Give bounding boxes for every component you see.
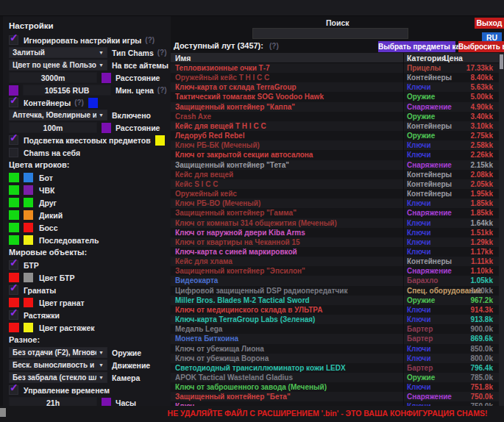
table-row[interactable]: Ключ РБ-ВО (Меченый)Ключи1.85kk — [171, 199, 499, 208]
column-price[interactable]: Цена — [444, 54, 463, 62]
table-row[interactable]: Оружейный кейсКонтейнеры1.95kk — [171, 189, 499, 199]
color-swatch[interactable] — [9, 210, 19, 220]
item-category: Оружие — [407, 112, 435, 121]
world-objects-list: ✓БТРЦвет БТР✓ГранатыЦвет гранат✓Растяжки… — [9, 259, 171, 334]
help-icon[interactable]: (?) — [269, 42, 279, 50]
table-row[interactable]: Защищенный контейнер "Тета"Снаряжение2.1… — [171, 160, 499, 170]
table-row[interactable]: Тактический томагавк SOG Voodoo HawkОруж… — [171, 92, 499, 101]
help-icon[interactable]: (?) — [74, 99, 84, 107]
table-row[interactable]: Кейс для вещейКонтейнеры2.08kk — [171, 170, 499, 179]
table-row[interactable]: Защищенный контейнер "Гамма"Снаряжение1.… — [171, 208, 499, 218]
color-swatch[interactable] — [24, 273, 33, 282]
discard-all-button[interactable]: Выбросить все — [458, 41, 504, 52]
column-category[interactable]: Категория — [407, 54, 446, 62]
quest-highlight-color-swatch[interactable] — [155, 135, 165, 146]
table-row[interactable]: Медаль LegaБартер900.0k — [171, 324, 499, 334]
distance2-input[interactable]: 100m — [9, 122, 97, 133]
table-row[interactable]: Кейс S I C CКонтейнеры2.05kk — [171, 179, 499, 189]
scrollbar-thumb[interactable] — [500, 54, 503, 69]
table-row[interactable]: Кейс для хламаКонтейнеры1.11kk — [171, 257, 499, 266]
hours-color-swatch[interactable] — [102, 398, 111, 407]
color-swatch[interactable] — [9, 198, 19, 207]
world-object-checkbox[interactable]: ✓ — [9, 310, 18, 320]
chams-type-dropdown[interactable]: Залитый ▼ — [9, 47, 107, 58]
column-name[interactable]: Имя — [175, 54, 191, 62]
color-mode-dropdown[interactable]: Цвет по цене & Пользователь ▼ — [9, 60, 107, 71]
color-swatch[interactable] — [9, 223, 19, 232]
help-icon[interactable]: (?) — [157, 49, 167, 57]
table-row[interactable]: APOK Tactical Wasteland GladiusОружие785… — [171, 373, 499, 382]
table-row[interactable]: Защищенный контейнер "Эпсилон"Снаряжение… — [171, 266, 499, 276]
table-row[interactable]: Ключ РБ-БК (Меченый)Ключи2.58kk — [171, 140, 499, 150]
categories-dropdown[interactable]: Аптечка, Ювелирные и... ▼ — [9, 110, 107, 121]
table-row[interactable]: Ключ от наружной двери Kiba ArmsКлючи1.5… — [171, 228, 499, 237]
scrollbar[interactable] — [499, 53, 504, 406]
quest-highlight-checkbox[interactable]: ✓ — [9, 135, 18, 145]
table-row[interactable]: ВидеокартаБарахло1.05kk — [171, 276, 499, 285]
world-object-checkbox[interactable]: ✓ — [9, 285, 18, 295]
dropdown-value: Без забрала (стекло шлема) — [13, 373, 96, 382]
table-row[interactable]: Ключ от заброшенного завода (Меченый)Клю… — [171, 382, 499, 392]
item-category: Ключи — [407, 247, 431, 257]
hours-input[interactable]: 21h — [9, 397, 97, 406]
title-bar — [0, 0, 504, 16]
movement-dropdown[interactable]: Беск. выносливость и нет уста ▼ — [9, 360, 107, 371]
ignore-game-settings-checkbox[interactable]: ✓ — [9, 35, 18, 45]
table-row[interactable]: Ключ от медицинского склада в УЛЬТРАКлюч… — [171, 305, 499, 315]
table-row[interactable]: Тепловизионные очки Т-7Прицелы17.33kk — [171, 63, 499, 73]
distance-input[interactable]: 3000m — [9, 72, 97, 83]
weapon-dropdown[interactable]: Без отдачи (F2), Мгновенное п ▼ — [9, 347, 107, 358]
table-row[interactable]: Цифровой защищенный DSP радиопередатчикС… — [171, 286, 499, 296]
table-row[interactable]: Ледоруб Red RebelОружие2.75kk — [171, 131, 499, 140]
min-price-input[interactable]: 105156 RUB — [23, 85, 111, 96]
distance2-color-swatch[interactable] — [102, 123, 111, 133]
containers-checkbox[interactable]: ✓ — [9, 98, 18, 107]
table-row[interactable]: Монета БиткоинаБартер869.6k — [171, 334, 499, 343]
color-swatch[interactable] — [24, 235, 33, 245]
color-swatch[interactable] — [9, 235, 19, 245]
color-swatch[interactable] — [9, 185, 19, 195]
color-mode-label: На все айтемы — [112, 61, 168, 70]
item-name: Кейс S I C C — [175, 179, 218, 189]
table-row[interactable]: Ключ от убежища ВоронаКлючи800.0k — [171, 354, 499, 363]
table-row[interactable]: Crash AxeОружие3.40kk — [171, 112, 499, 121]
item-category: Контейнеры — [407, 73, 452, 82]
table-row[interactable]: Ключ от закрытой секции автосалонаКлючи2… — [171, 150, 499, 160]
table-row[interactable]: Ключ от квартиры на Чеканной 15Ключи1.29… — [171, 237, 499, 247]
color-swatch[interactable] — [24, 210, 33, 220]
color-swatch[interactable] — [9, 323, 19, 332]
color-swatch[interactable] — [9, 173, 19, 182]
table-row[interactable]: Ключ-карта TerraGroup Labs (Зеленая)Ключ… — [171, 315, 499, 324]
containers-color-swatch[interactable] — [88, 98, 98, 108]
color-swatch[interactable] — [24, 223, 33, 232]
table-row[interactable]: Ключ от убежища ЛионаКлючи850.0k — [171, 344, 499, 354]
help-icon[interactable]: (?) — [157, 86, 167, 94]
table-row[interactable]: Защищенный контейнер "Каппа"Снаряжение4.… — [171, 102, 499, 112]
camera-dropdown[interactable]: Без забрала (стекло шлема) ▼ — [9, 372, 107, 383]
table-row[interactable]: Защищенный контейнер "Бета"Снаряжение750… — [171, 392, 499, 401]
distance-color-swatch[interactable] — [102, 73, 111, 83]
item-category: Ключи — [407, 82, 431, 92]
search-input[interactable] — [252, 28, 408, 39]
item-name: Ледоруб Red Rebel — [175, 131, 244, 140]
table-row[interactable]: Светодиодный трансиллюминатор кожи LEDXБ… — [171, 363, 499, 373]
help-icon[interactable]: (?) — [145, 36, 155, 44]
world-object-checkbox[interactable]: ✓ — [9, 260, 18, 270]
color-swatch[interactable] — [24, 185, 33, 195]
dropdown-value: Залитый — [13, 49, 45, 57]
table-row[interactable]: Ключ от комнаты 314 общежития (Меченый)К… — [171, 218, 499, 228]
chams-self-checkbox[interactable] — [9, 148, 18, 157]
table-row[interactable]: Кейс для вещей T H I C CКонтейнеры3.10kk — [171, 121, 499, 131]
time-control-checkbox[interactable]: ✓ — [9, 385, 18, 395]
min-price-row: 105156 RUB Мин. цена (?) — [9, 84, 171, 96]
color-swatch[interactable] — [24, 198, 33, 207]
color-swatch[interactable] — [24, 298, 33, 307]
color-swatch[interactable] — [24, 323, 33, 332]
table-row[interactable]: Оружейный кейс T H I C CКонтейнеры8.40kk — [171, 73, 499, 82]
table-row[interactable]: Ключ-карта от склада TerraGroupКлючи5.63… — [171, 82, 499, 92]
select-kappa-items-button[interactable]: Выбрать предметы каппа — [378, 41, 455, 52]
table-row[interactable]: Miller Bros. Blades M-2 Tactical SwordОр… — [171, 296, 499, 305]
table-row[interactable]: Ключ-карта с синей маркировкойКлючи1.17k… — [171, 247, 499, 257]
color-swatch[interactable] — [24, 173, 33, 182]
exit-button[interactable]: Выход — [475, 18, 504, 29]
